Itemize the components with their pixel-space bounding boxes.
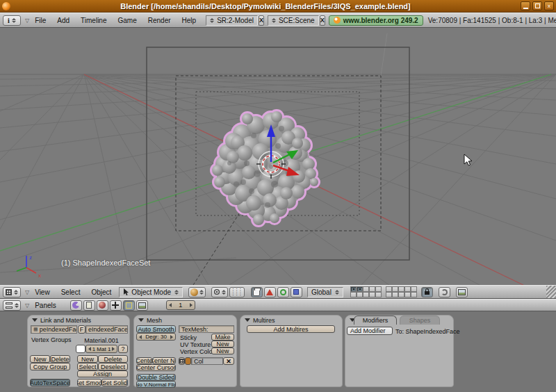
tab-modifiers[interactable]: Modifiers	[354, 316, 397, 325]
minimize-button[interactable]	[521, 1, 530, 10]
maximize-button[interactable]	[532, 1, 542, 10]
snap-button[interactable]	[439, 287, 450, 297]
active-object-label: (1) ShapeIndexedFaceSet	[61, 259, 150, 267]
set-smooth-button[interactable]: Set Smoot	[77, 379, 101, 386]
panel-mesh[interactable]: Mesh Auto Smooth Degr: 30 TexMesh: Stick…	[133, 315, 237, 387]
material-select-button[interactable]: Select	[77, 363, 98, 370]
snap-icon	[441, 289, 448, 295]
render-preview-button[interactable]	[456, 287, 468, 297]
vgroup-delete-button[interactable]: Delete	[50, 355, 70, 363]
panel-modifiers[interactable]: Modifiers Shapes Add Modifier To: ShapeI…	[345, 315, 454, 387]
script-context-button[interactable]	[83, 300, 95, 311]
menu-render[interactable]: Render	[142, 17, 177, 24]
set-solid-button[interactable]: Set Solid	[101, 379, 128, 386]
material-deselect-button[interactable]: Deselect	[98, 363, 128, 370]
menu-file[interactable]: File	[29, 17, 51, 24]
material-help-button[interactable]: ?	[118, 345, 128, 353]
scene-context-button[interactable]	[136, 300, 148, 311]
uv-texture-new-button[interactable]: New	[211, 341, 234, 348]
area-resize-grip[interactable]	[546, 286, 556, 298]
orientation-selector[interactable]: Global	[307, 287, 343, 297]
object-datablock-field[interactable]: eIndexedFaceSet	[85, 325, 128, 334]
info-header: i ▽ File Add Timeline Game Render Help S…	[0, 13, 556, 28]
no-vnormal-flip-toggle[interactable]: No V.Normal Flip	[136, 381, 176, 388]
buttons-workspace: Link and Materials ▦ peIndexedFaceSet F …	[0, 311, 556, 392]
manipulator-toggle[interactable]	[251, 287, 263, 297]
manipulator-translate-button[interactable]	[264, 287, 276, 297]
blender-logo-icon	[334, 17, 341, 24]
buttons-window-type-button[interactable]	[3, 300, 21, 311]
close-button[interactable]: x	[544, 1, 554, 10]
object-context-button[interactable]	[110, 300, 122, 311]
editing-context-button[interactable]	[123, 300, 135, 311]
vcol-active-icon[interactable]	[185, 357, 191, 365]
logic-context-button[interactable]	[70, 300, 82, 311]
vcol-name-field[interactable]: Col	[191, 357, 223, 365]
material-name-label: Material.001	[76, 337, 127, 344]
mode-selector[interactable]: Object Mode	[119, 287, 183, 297]
app-icon	[2, 2, 10, 10]
double-sided-toggle[interactable]: Double Sided	[136, 374, 176, 381]
menu-object[interactable]: Object	[85, 288, 117, 296]
degr-field[interactable]: Degr: 30	[136, 333, 176, 341]
screen-selector[interactable]: SR:2-Model	[206, 15, 258, 26]
menu-select[interactable]: Select	[56, 288, 86, 296]
copy-group-button[interactable]: Copy Group	[30, 363, 70, 370]
lock-icon	[424, 288, 430, 295]
manipulator-scale-button[interactable]	[291, 287, 302, 297]
vertex-groups-label: Vertex Groups	[31, 336, 72, 343]
tab-shapes[interactable]: Shapes	[400, 316, 440, 325]
vgroup-new-button[interactable]: New	[30, 355, 50, 363]
center-new-button[interactable]: Center Ne	[152, 357, 176, 364]
version-badge[interactable]: www.blender.org 249.2	[329, 15, 423, 26]
panel-collapse-icon[interactable]	[138, 318, 144, 322]
sticky-make-button[interactable]: Make	[211, 334, 234, 341]
titlebar[interactable]: Blender [/home/shandils/Desktop/Pymolwik…	[0, 0, 556, 13]
texmesh-field[interactable]: TexMesh:	[179, 325, 234, 333]
draw-type-selector[interactable]	[188, 287, 206, 297]
menu-view[interactable]: View	[29, 288, 56, 296]
snap-grid-toggle[interactable]: ::::::	[229, 287, 245, 297]
screen-unlink-button[interactable]: X	[259, 15, 264, 26]
shading-context-button[interactable]	[97, 300, 108, 311]
menu-game[interactable]: Game	[113, 17, 142, 24]
centre-button[interactable]: Cente	[136, 357, 152, 364]
layer-buttons[interactable]	[350, 286, 417, 297]
auto-smooth-toggle[interactable]: Auto Smooth	[136, 325, 176, 333]
material-new-button[interactable]: New	[77, 355, 98, 363]
buttons-window-icon	[6, 302, 13, 309]
panel-link-and-materials[interactable]: Link and Materials ▦ peIndexedFaceSet F …	[27, 315, 130, 387]
assign-button[interactable]: Assign	[77, 370, 128, 377]
pivot-selector[interactable]	[211, 287, 228, 297]
add-multires-button[interactable]: Add Multires	[247, 325, 335, 333]
fake-user-button[interactable]: F	[78, 325, 85, 334]
menu-help[interactable]: Help	[177, 17, 202, 24]
render-preview-icon	[458, 289, 466, 295]
center-cursor-button[interactable]: Center Cursor	[136, 364, 176, 371]
window-type-button[interactable]: i	[3, 15, 21, 26]
mesh-datablock-field[interactable]: ▦ peIndexedFaceSet	[31, 325, 77, 334]
add-modifier-button[interactable]: Add Modifier	[347, 327, 393, 335]
scene-unlink-button[interactable]: X	[320, 15, 325, 26]
dropdown-arrows-icon	[272, 18, 276, 23]
translate-icon	[266, 289, 273, 295]
menu-timeline[interactable]: Timeline	[75, 17, 112, 24]
panel-collapse-icon[interactable]	[245, 318, 250, 322]
lock-layers-button[interactable]	[421, 287, 433, 297]
vcol-delete-button[interactable]: ✕	[223, 357, 234, 365]
scene-selector[interactable]: SCE:Scene	[268, 15, 319, 26]
material-color-swatch[interactable]	[76, 345, 85, 353]
panel-multires[interactable]: Multires Add Multires	[240, 315, 343, 387]
material-delete-button[interactable]: Delete	[98, 355, 128, 363]
vertex-color-new-button[interactable]: New	[211, 348, 234, 354]
viewport-canvas[interactable]: z x (1) ShapeIndexedFaceSet	[0, 28, 556, 285]
viewport-window-type-button[interactable]	[3, 287, 21, 297]
menu-add[interactable]: Add	[51, 17, 75, 24]
panel-collapse-icon[interactable]	[32, 318, 38, 322]
svg-text:x: x	[38, 272, 41, 279]
frame-number-field[interactable]: 1	[166, 300, 195, 310]
manipulator-rotate-button[interactable]	[277, 287, 289, 297]
material-index-field[interactable]: 1 Mat 1	[85, 345, 117, 353]
autotexspace-toggle[interactable]: AutoTexSpace	[30, 379, 70, 386]
script-icon	[86, 302, 92, 309]
